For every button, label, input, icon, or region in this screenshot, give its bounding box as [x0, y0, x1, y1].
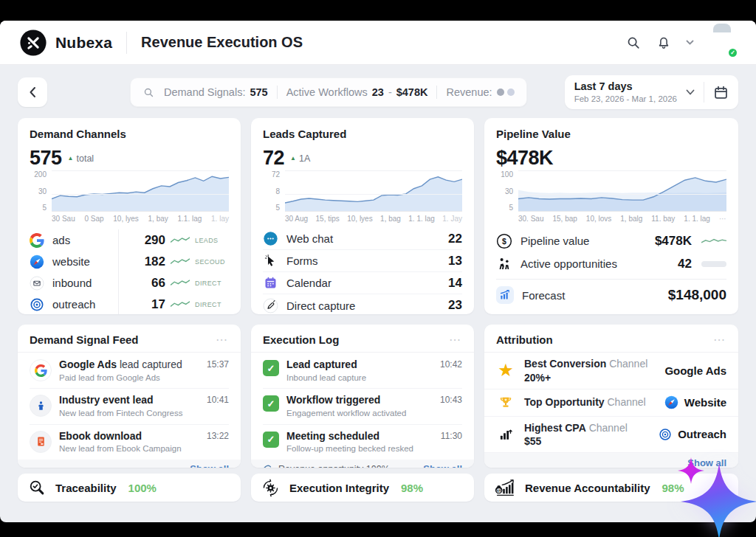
show-all-link[interactable]: Show all: [190, 463, 229, 468]
star-icon: ★: [498, 360, 514, 380]
lead-value: 13: [448, 254, 462, 268]
attribution-row-top-opportunity[interactable]: Top Opportunity Channel Website: [484, 389, 738, 417]
feed-item-ebook[interactable]: Ebook download New lead from Ebook Campa…: [30, 425, 229, 460]
kpi-value: $478K: [496, 147, 553, 170]
calendar-icon[interactable]: [713, 85, 729, 100]
y-axis-labels: 72 8 5: [263, 170, 285, 212]
podium-speaker-icon: [30, 395, 52, 417]
brand-name: Nubexa: [55, 34, 112, 52]
channel-label: ads: [52, 234, 70, 246]
log-item-lead-captured[interactable]: ✓ Lead captured Inbound lead capture 10:…: [263, 353, 462, 389]
global-stats-bar[interactable]: Demand Signals: 575 Active Workflows 23 …: [130, 77, 527, 107]
show-all-link[interactable]: Show all: [423, 463, 462, 468]
log-item-workflow-triggered[interactable]: ✓ Workflow triggered Engagement workflow…: [263, 389, 462, 424]
money-chart-icon: $: [495, 479, 515, 496]
bar-chart-icon: [496, 427, 515, 442]
toolbar: Demand Signals: 575 Active Workflows 23 …: [18, 75, 738, 109]
kpi-delta: ▲ 1A: [290, 153, 310, 164]
leads-captured-card: Leads Captured 72 ▲ 1A 72 8 5: [251, 118, 474, 314]
sparkline: [171, 300, 190, 309]
execution-integrity-stat[interactable]: Execution Integrity 98%: [251, 474, 474, 502]
channel-value: 17: [137, 297, 165, 312]
feed-list: Google Ads lead captured Paid lead from …: [18, 353, 241, 460]
channel-row-inbound[interactable]: inbound 66 DIRECT: [30, 272, 229, 294]
attribution-row-best-conversion[interactable]: ★ Best Conversion Channel 20%+ Google Ad…: [484, 353, 738, 389]
profile-chevron-down-icon[interactable]: [684, 33, 695, 52]
forecast-label: Forecast: [522, 289, 565, 302]
online-status-badge: ✓: [727, 47, 738, 58]
more-menu-icon[interactable]: ⋯: [449, 337, 462, 343]
pipeline-list: $ Pipeline value $478K: [484, 229, 738, 314]
back-button[interactable]: [18, 77, 47, 107]
stat-value: 575: [250, 86, 267, 98]
dot: [507, 89, 515, 96]
log-item-title: Workflow triggered: [286, 394, 406, 407]
magnifier-check-icon: [28, 479, 46, 496]
stat-value: 23: [372, 86, 384, 98]
sparkline: [171, 279, 190, 288]
forecast-row[interactable]: Forecast $148,000: [496, 281, 726, 309]
traceability-stat[interactable]: Traceability 100%: [18, 474, 241, 502]
more-menu-icon[interactable]: ⋯: [216, 337, 229, 343]
search-icon[interactable]: [624, 33, 643, 52]
channel-row-outreach[interactable]: outreach 17 DIRECT: [30, 294, 229, 314]
stat-label: Revenue Accountability: [525, 482, 650, 494]
demand-channels-card: Demand Channels 575 ▲ total 200 30 5: [18, 118, 241, 314]
log-item-meeting-scheduled[interactable]: ✓ Meeting scheduled Follow-up meeting be…: [263, 425, 462, 460]
notifications-bell-icon[interactable]: [654, 33, 673, 52]
stat-label: Execution Integrity: [289, 482, 389, 494]
feed-item-google-ads[interactable]: Google Ads lead captured Paid lead from …: [30, 353, 229, 389]
lead-row-calendar[interactable]: Calendar 14: [263, 272, 462, 294]
pen-icon: [263, 298, 278, 313]
log-item-title: Meeting scheduled: [286, 430, 413, 443]
checkbox-checked-icon[interactable]: ✓: [263, 360, 279, 376]
delta-label: 1A: [299, 153, 310, 164]
header-divider: [126, 32, 127, 54]
chat-bubble-icon: [263, 231, 278, 246]
sparkline: [171, 236, 190, 245]
date-range-picker[interactable]: Last 7 days Feb 23, 2026 - Mar 1, 2026: [565, 75, 738, 109]
y-axis-labels: 200 30 5: [30, 170, 52, 212]
card-footer: Show all: [18, 460, 241, 468]
stat-active-workflows: Active Workflows 23 - $478K: [286, 86, 428, 98]
cursor-pointer-icon: [263, 253, 278, 268]
checkbox-checked-icon[interactable]: ✓: [263, 432, 279, 448]
pipeline-value: $478K: [655, 234, 692, 249]
channel-label: website: [52, 255, 90, 268]
channel-row-website[interactable]: website 182 SECOUD: [30, 251, 229, 272]
page-title: Revenue Execution OS: [141, 34, 303, 51]
checkbox-checked-icon[interactable]: ✓: [263, 395, 279, 412]
chart-area: 72 8 5: [251, 170, 474, 212]
more-menu-icon[interactable]: ⋯: [713, 337, 726, 343]
stat-label: Active Workflows: [286, 86, 368, 98]
feed-item-industry-event[interactable]: Industry event lead New lead from Fintec…: [30, 389, 229, 424]
date-range-label: Last 7 days: [574, 80, 677, 94]
channel-row-ads[interactable]: ads 290 LEADS: [30, 229, 229, 251]
kpi: $478K: [496, 147, 726, 170]
lead-row-webchat[interactable]: Web chat 22: [263, 228, 462, 250]
kpi-value: 72: [263, 147, 284, 170]
gear-sync-icon: [261, 479, 280, 497]
feed-item-subtitle: New lead from Ebook Campaign: [59, 444, 182, 454]
lead-row-direct-capture[interactable]: Direct capture 23: [263, 294, 462, 314]
date-range-dates: Feb 23, 2026 - Mar 1, 2026: [574, 94, 677, 104]
delta-label: total: [76, 153, 94, 164]
feed-item-subtitle: Paid lead from Google Ads: [59, 373, 182, 384]
log-item-subtitle: Engagement workflow activated: [286, 409, 406, 419]
kpi: 575 ▲ total: [30, 147, 229, 170]
channel-label: inbound: [52, 277, 92, 289]
channel-value: 182: [137, 254, 165, 269]
pipeline-row-value[interactable]: $ Pipeline value $478K: [496, 229, 726, 252]
lead-row-forms[interactable]: Forms 13: [263, 250, 462, 272]
x-axis-labels: 30 Aug 15, tips 10, lyes 1, bag 1. 1. la…: [251, 212, 474, 223]
stat-label: Revenue:: [446, 86, 492, 98]
stat-label: Demand Signals:: [164, 86, 245, 98]
forecast-value: $148,000: [668, 287, 726, 303]
attribution-row-highest-cpa[interactable]: Highest CPA Channel $55 Outreach: [484, 417, 738, 454]
user-avatar[interactable]: ✓: [707, 28, 737, 58]
pipeline-row-opportunities[interactable]: Active opportunities 42: [496, 252, 726, 275]
channel-label: outreach: [52, 298, 95, 311]
kpi-cards-row: Demand Channels 575 ▲ total 200 30 5: [18, 118, 738, 314]
chevron-left-icon: [29, 86, 36, 98]
attribution-channel: Outreach: [659, 428, 726, 441]
